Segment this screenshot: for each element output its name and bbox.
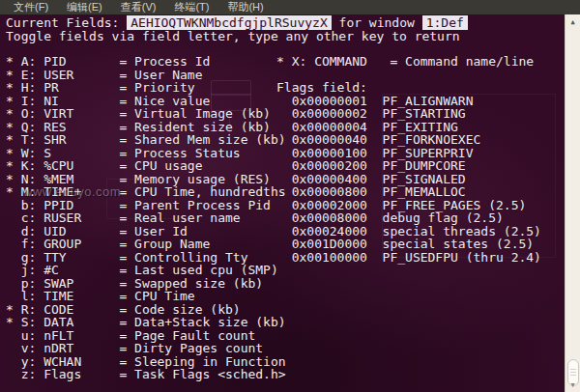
menu-item-edit[interactable]: 编辑(E)	[62, 0, 107, 14]
scroll-down-icon[interactable]: ▼	[566, 379, 580, 391]
scrollbar[interactable]: ▲ ▼	[565, 14, 580, 392]
header-text: Current Fields: AEHIOQTWKNMbcdfgjplRSuvy…	[6, 16, 468, 42]
terminal-window: 文件(F) 编辑(E) 查看(V) 终端(T) 帮助(H) Current Fi…	[0, 0, 580, 392]
menu-item-terminal[interactable]: 终端(T)	[169, 0, 214, 14]
menu-item-help[interactable]: 帮助(H)	[222, 0, 268, 14]
fields-left: * A: PID = Process Id * E: USER = User N…	[6, 55, 286, 381]
terminal-screen[interactable]: Current Fields: AEHIOQTWKNMbcdfgjplRSuvy…	[0, 14, 580, 392]
menu-item-view[interactable]: 查看(V)	[116, 0, 161, 14]
menu-item-file[interactable]: 文件(F)	[9, 0, 53, 14]
menu-bar: 文件(F) 编辑(E) 查看(V) 终端(T) 帮助(H)	[0, 0, 580, 14]
fields-right: * X: COMMAND = Command name/line Flags f…	[276, 55, 541, 264]
toggle-hint-text: Toggle fields via field letter, type any…	[6, 29, 460, 43]
scroll-up-icon[interactable]: ▲	[566, 16, 580, 28]
